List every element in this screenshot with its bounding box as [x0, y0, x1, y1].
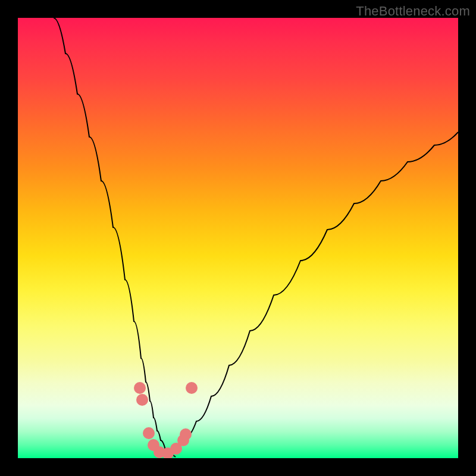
markers-group	[134, 382, 198, 458]
watermark-label: TheBottleneck.com	[356, 4, 470, 19]
plot-area	[18, 18, 458, 458]
left-curve	[54, 18, 176, 457]
data-marker	[134, 382, 146, 394]
data-marker	[180, 428, 192, 440]
chart-frame: TheBottleneck.com	[0, 0, 476, 476]
right-curve	[161, 132, 458, 456]
data-marker	[136, 394, 148, 406]
data-marker	[186, 382, 198, 394]
data-marker	[143, 427, 155, 439]
curves-svg	[18, 18, 458, 458]
